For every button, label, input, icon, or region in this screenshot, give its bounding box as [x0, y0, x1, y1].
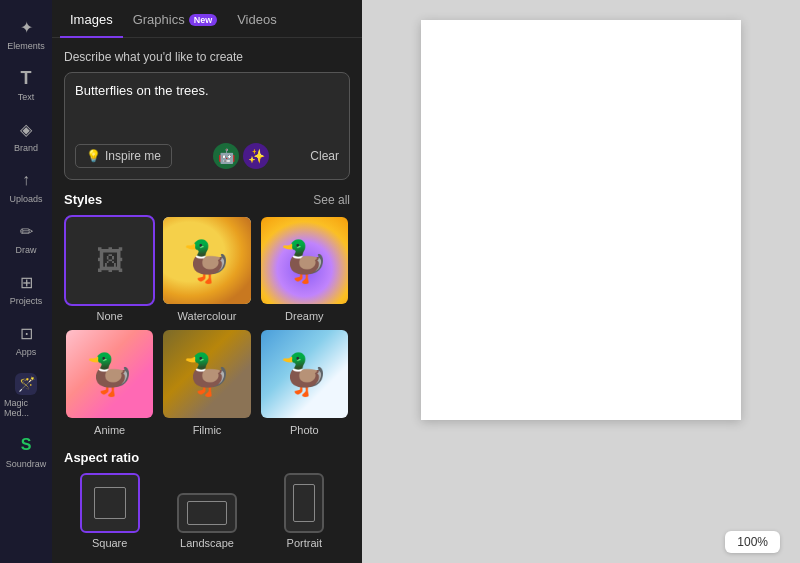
style-thumb-none: 🖼: [64, 215, 155, 306]
sidebar-item-soundraw[interactable]: S Soundraw: [0, 426, 52, 477]
tab-graphics[interactable]: Graphics New: [123, 0, 228, 37]
watercolour-image: [163, 217, 250, 304]
style-thumb-photo: [259, 328, 350, 419]
aspect-title: Aspect ratio: [64, 450, 139, 465]
icon-sidebar: ✦ Elements T Text ◈ Brand ↑ Uploads ✏ Dr…: [0, 0, 52, 563]
styles-title: Styles: [64, 192, 102, 207]
describe-textarea-wrapper: 💡 Inspire me 🤖 ✨ Clear: [64, 72, 350, 180]
panel-content: Describe what you'd like to create 💡 Ins…: [52, 38, 362, 563]
main-panel: Images Graphics New Videos Describe what…: [52, 0, 362, 563]
style-item-none[interactable]: 🖼 None: [64, 215, 155, 322]
style-thumb-filmic: [161, 328, 252, 419]
inspire-label: Inspire me: [105, 149, 161, 163]
aspect-item-portrait[interactable]: Portrait: [259, 473, 350, 549]
style-label-anime: Anime: [94, 424, 125, 436]
style-item-anime[interactable]: Anime: [64, 328, 155, 435]
zoom-label: 100%: [737, 535, 768, 549]
brand-icon: ◈: [15, 118, 37, 140]
sidebar-item-apps[interactable]: ⊡ Apps: [0, 314, 52, 365]
canvas-paper: [421, 20, 741, 420]
elements-icon: ✦: [15, 16, 37, 38]
tab-graphics-label: Graphics: [133, 12, 185, 27]
square-inner: [94, 487, 126, 519]
sidebar-item-text[interactable]: T Text: [0, 59, 52, 110]
landscape-inner: [187, 501, 227, 525]
sidebar-label-projects: Projects: [10, 296, 43, 306]
projects-icon: ⊞: [15, 271, 37, 293]
style-label-filmic: Filmic: [193, 424, 222, 436]
uploads-icon: ↑: [15, 169, 37, 191]
aspect-thumb-landscape: [177, 493, 237, 533]
sidebar-label-brand: Brand: [14, 143, 38, 153]
tab-images[interactable]: Images: [60, 0, 123, 37]
filmic-image: [163, 330, 250, 417]
aspect-thumb-portrait: [284, 473, 324, 533]
no-image-icon: 🖼: [96, 244, 124, 277]
style-thumb-dreamy: [259, 215, 350, 306]
aspect-thumb-square: [80, 473, 140, 533]
style-label-dreamy: Dreamy: [285, 310, 324, 322]
see-all-link[interactable]: See all: [313, 193, 350, 207]
photo-image: [261, 330, 348, 417]
magic-med-icon: 🪄: [15, 373, 37, 395]
portrait-inner: [293, 484, 315, 522]
sidebar-label-soundraw: Soundraw: [6, 459, 47, 469]
describe-textarea[interactable]: [75, 83, 339, 133]
sidebar-item-magic-med[interactable]: 🪄 Magic Med...: [0, 365, 52, 426]
sidebar-label-draw: Draw: [15, 245, 36, 255]
tab-images-label: Images: [70, 12, 113, 27]
aspect-header: Aspect ratio: [64, 450, 350, 465]
sidebar-label-elements: Elements: [7, 41, 45, 51]
soundraw-icon: S: [15, 434, 37, 456]
ai-icon-purple: ✨: [243, 143, 269, 169]
sidebar-item-elements[interactable]: ✦ Elements: [0, 8, 52, 59]
style-item-dreamy[interactable]: Dreamy: [259, 215, 350, 322]
tab-bar: Images Graphics New Videos: [52, 0, 362, 38]
aspect-label-portrait: Portrait: [287, 537, 322, 549]
textarea-footer: 💡 Inspire me 🤖 ✨ Clear: [75, 143, 339, 169]
aspect-label-landscape: Landscape: [180, 537, 234, 549]
aspect-grid: Square Landscape Portrait: [64, 473, 350, 549]
aspect-label-square: Square: [92, 537, 127, 549]
ai-icons-group: 🤖 ✨: [213, 143, 269, 169]
inspire-button[interactable]: 💡 Inspire me: [75, 144, 172, 168]
apps-icon: ⊡: [15, 322, 37, 344]
style-item-filmic[interactable]: Filmic: [161, 328, 252, 435]
inspire-icon: 💡: [86, 149, 101, 163]
style-thumb-watercolour: [161, 215, 252, 306]
sidebar-item-uploads[interactable]: ↑ Uploads: [0, 161, 52, 212]
describe-label: Describe what you'd like to create: [64, 50, 350, 64]
styles-header: Styles See all: [64, 192, 350, 207]
dreamy-image: [261, 217, 348, 304]
sidebar-label-uploads: Uploads: [9, 194, 42, 204]
style-label-watercolour: Watercolour: [178, 310, 237, 322]
sidebar-item-projects[interactable]: ⊞ Projects: [0, 263, 52, 314]
sidebar-item-draw[interactable]: ✏ Draw: [0, 212, 52, 263]
sidebar-label-text: Text: [18, 92, 35, 102]
clear-button[interactable]: Clear: [310, 149, 339, 163]
ai-icon-green: 🤖: [213, 143, 239, 169]
sidebar-label-apps: Apps: [16, 347, 37, 357]
style-item-photo[interactable]: Photo: [259, 328, 350, 435]
canvas-area: 100%: [362, 0, 800, 563]
style-thumb-anime: [64, 328, 155, 419]
style-item-watercolour[interactable]: Watercolour: [161, 215, 252, 322]
tab-graphics-badge: New: [189, 14, 218, 26]
style-label-none: None: [97, 310, 123, 322]
aspect-item-landscape[interactable]: Landscape: [161, 493, 252, 549]
panel-inner: Images Graphics New Videos Describe what…: [52, 0, 362, 563]
sidebar-label-magic-med: Magic Med...: [4, 398, 48, 418]
sidebar-item-brand[interactable]: ◈ Brand: [0, 110, 52, 161]
style-label-photo: Photo: [290, 424, 319, 436]
aspect-item-square[interactable]: Square: [64, 473, 155, 549]
text-icon: T: [15, 67, 37, 89]
styles-grid: 🖼 None Watercolour Dreamy: [64, 215, 350, 436]
canvas-bottom-bar: 100%: [725, 531, 780, 553]
tab-videos[interactable]: Videos: [227, 0, 287, 37]
tab-videos-label: Videos: [237, 12, 277, 27]
anime-image: [66, 330, 153, 417]
draw-icon: ✏: [15, 220, 37, 242]
